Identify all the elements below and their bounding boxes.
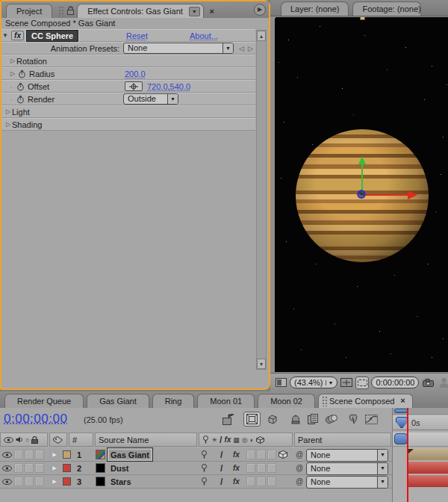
tab-effect-controls[interactable]: Effect Controls: Gas Giant ▼	[77, 4, 204, 18]
layer-row-stars[interactable]: ▶ 3 Stars / fx @ None ▼	[0, 475, 392, 489]
lock-switch-cell[interactable]	[35, 450, 44, 459]
preset-next-icon[interactable]: ▷	[248, 45, 255, 52]
magnification-dropdown[interactable]: (43.4%) ▼	[290, 376, 337, 388]
navigator-handle[interactable]	[394, 409, 408, 413]
comp-selection-handle[interactable]	[360, 17, 365, 20]
label-color-swatch[interactable]	[63, 477, 71, 486]
expand-shading-icon[interactable]: ▷	[4, 121, 12, 128]
tab-moon-01[interactable]: Moon 01	[197, 394, 255, 408]
audio-switch-cell[interactable]	[14, 463, 23, 473]
playhead-line[interactable]	[407, 408, 408, 502]
dropdown-caret-icon[interactable]: ▼	[377, 463, 388, 474]
scroll-down-icon[interactable]: ▼	[257, 359, 266, 369]
anchor-point[interactable]	[357, 190, 366, 199]
collapse-effect-icon[interactable]: ▼	[1, 32, 9, 39]
layer-row-dust[interactable]: ▶ 2 Dust / fx @ None ▼	[0, 462, 392, 475]
video-eye-icon[interactable]	[2, 475, 12, 488]
layer-duration-bar-gas-giant[interactable]	[408, 448, 448, 460]
mini-flowchart-button[interactable]	[220, 412, 237, 427]
layer-name[interactable]: Stars	[108, 475, 134, 488]
preset-prev-icon[interactable]: ◁	[239, 45, 246, 52]
label-color-swatch[interactable]	[63, 450, 71, 459]
panel-flyout-menu-button[interactable]: ▶	[254, 4, 266, 16]
layer-name[interactable]: Gas Giant	[108, 448, 152, 461]
quality-switch-icon[interactable]: /	[220, 462, 223, 474]
fx-switch-icon[interactable]: fx	[233, 448, 240, 461]
dropdown-caret-icon[interactable]: ▼	[326, 380, 334, 385]
lock-switch-cell[interactable]	[35, 463, 44, 473]
expand-rotation-icon[interactable]: ▷	[9, 58, 16, 64]
expand-layer-icon[interactable]: ▶	[52, 462, 57, 474]
x-axis-arrow[interactable]	[363, 194, 409, 196]
work-area-handle[interactable]	[394, 433, 408, 444]
effect-enabled-fx-icon[interactable]: fx	[11, 31, 24, 40]
reset-link[interactable]: Reset	[126, 31, 148, 40]
parent-dropdown[interactable]: None ▼	[306, 449, 388, 462]
effect-panel-scrollbar[interactable]: ▲ ▼	[256, 30, 267, 370]
lock-switch-cell[interactable]	[35, 477, 44, 486]
audio-switch-cell[interactable]	[14, 450, 23, 459]
offset-y-value[interactable]: 540.0	[170, 82, 191, 91]
tab-gas-giant[interactable]: Gas Giant	[87, 394, 149, 408]
animation-presets-dropdown[interactable]: None ▼	[123, 43, 234, 54]
tab-layer[interactable]: Layer: (none)	[281, 1, 349, 16]
motion-blur-cell[interactable]	[257, 463, 266, 473]
stopwatch-icon[interactable]	[18, 69, 26, 78]
adjustment-cell[interactable]	[267, 477, 276, 486]
expand-light-icon[interactable]: ▷	[4, 108, 12, 115]
expand-layer-icon[interactable]: ▶	[52, 475, 57, 488]
about-link[interactable]: About...	[190, 31, 218, 40]
shy-layers-button[interactable]	[263, 412, 280, 427]
safe-zones-button[interactable]	[340, 376, 353, 389]
tab-footage[interactable]: Footage: (none)	[352, 1, 421, 16]
render-dropdown[interactable]: Outside ▼	[123, 93, 178, 105]
parent-pickwhip-icon[interactable]: @	[296, 448, 303, 461]
layer-duration-bar-stars[interactable]	[408, 475, 448, 487]
tab-grip-handle[interactable]	[322, 396, 328, 406]
always-preview-button[interactable]	[274, 376, 287, 389]
tab-project[interactable]: Project	[6, 4, 52, 18]
adjustment-cell[interactable]	[267, 450, 276, 459]
solo-switch-cell[interactable]	[25, 450, 34, 459]
close-tab-icon[interactable]: ×	[397, 394, 408, 407]
draft-3d-button[interactable]	[243, 412, 261, 427]
stopwatch-icon[interactable]	[16, 82, 25, 91]
panel-grip-handle[interactable]	[58, 6, 64, 16]
close-panel-icon[interactable]: ×	[207, 7, 217, 16]
label-color-swatch[interactable]	[63, 464, 71, 472]
layer-row-gas-giant[interactable]: ▶ 1 Gas Giant / fx @ None ▼	[0, 448, 392, 462]
time-ruler[interactable]: 0s	[393, 415, 448, 430]
layer-duration-bar-dust[interactable]	[408, 462, 448, 474]
current-time-field[interactable]: 0:00:00:00	[4, 412, 67, 427]
parent-pickwhip-icon[interactable]: @	[296, 462, 303, 474]
source-name-column-header[interactable]: Source Name	[95, 433, 197, 447]
tab-render-queue[interactable]: Render Queue	[4, 394, 84, 408]
stopwatch-icon[interactable]	[16, 95, 25, 104]
frame-blend-cell[interactable]	[246, 463, 255, 473]
offset-x-value[interactable]: 720.0	[147, 82, 168, 91]
parent-pickwhip-icon[interactable]: @	[296, 475, 303, 488]
layer-name[interactable]: Dust	[108, 462, 131, 474]
motion-blur-cell[interactable]	[257, 477, 266, 486]
solo-switch-cell[interactable]	[25, 463, 34, 473]
tab-moon-02[interactable]: Moon 02	[258, 394, 315, 408]
current-time-indicator[interactable]	[396, 417, 408, 428]
lock-icon[interactable]	[66, 6, 75, 16]
auto-keyframe-button[interactable]	[287, 412, 304, 427]
region-of-interest-button[interactable]	[355, 376, 369, 389]
frame-blend-cell[interactable]	[246, 477, 255, 486]
timeline-navigator[interactable]	[393, 408, 448, 415]
shy-switch-icon[interactable]	[201, 448, 208, 461]
brainstorm-button[interactable]	[345, 412, 362, 427]
video-eye-icon[interactable]	[2, 448, 12, 461]
work-area-bar[interactable]	[393, 433, 448, 447]
fx-switch-icon[interactable]: fx	[233, 475, 240, 488]
video-eye-icon[interactable]	[2, 462, 12, 474]
quality-switch-icon[interactable]: /	[220, 448, 223, 461]
composition-view[interactable]	[275, 17, 448, 372]
dropdown-caret-icon[interactable]: ▼	[377, 477, 388, 488]
shy-switch-icon[interactable]	[201, 462, 208, 474]
shy-switch-icon[interactable]	[201, 475, 208, 488]
parent-dropdown[interactable]: None ▼	[306, 462, 388, 475]
radius-value[interactable]: 200.0	[125, 69, 146, 78]
